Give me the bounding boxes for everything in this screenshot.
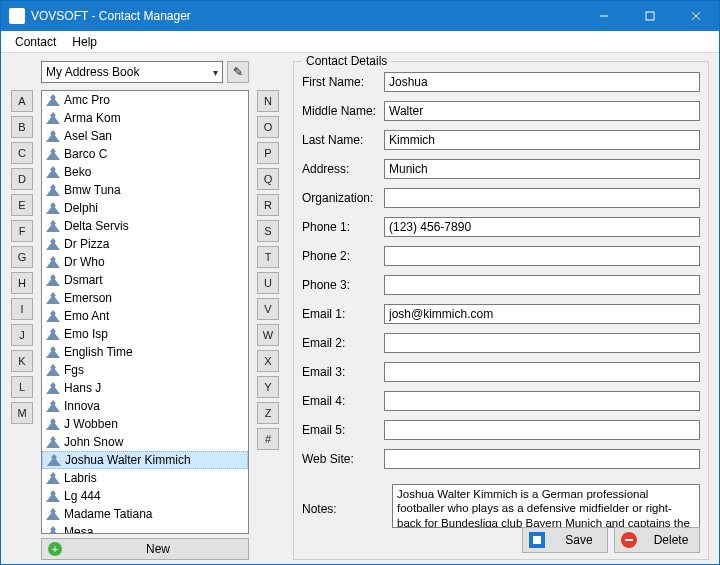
alpha-x[interactable]: X [257,350,279,372]
label-notes: Notes: [302,502,384,516]
list-item-label: Emo Ant [64,309,109,323]
middle-field[interactable] [384,101,700,121]
list-item[interactable]: Madame Tatiana [42,505,248,523]
alpha-#[interactable]: # [257,428,279,450]
list-item[interactable]: John Snow [42,433,248,451]
list-item-label: Innova [64,399,100,413]
list-item[interactable]: Mesa [42,523,248,534]
p1-field[interactable] [384,217,700,237]
delete-label: Delete [654,533,689,547]
alpha-j[interactable]: J [11,324,33,346]
address-field[interactable] [384,159,700,179]
list-item-label: Delphi [64,201,98,215]
contact-list[interactable]: Amc ProArma KomAsel SanBarco CBekoBmw Tu… [41,90,249,534]
alpha-t[interactable]: T [257,246,279,268]
person-icon [46,490,60,502]
person-icon [46,400,60,412]
list-item[interactable]: Dr Who [42,253,248,271]
maximize-button[interactable] [627,1,673,31]
list-item[interactable]: Amc Pro [42,91,248,109]
alpha-v[interactable]: V [257,298,279,320]
alpha-o[interactable]: O [257,116,279,138]
last-field[interactable] [384,130,700,150]
edit-book-button[interactable]: ✎ [227,61,249,83]
list-item[interactable]: Innova [42,397,248,415]
list-item-label: Hans J [64,381,101,395]
e5-field[interactable] [384,420,700,440]
alpha-b[interactable]: B [11,116,33,138]
menu-help[interactable]: Help [64,33,105,51]
label-e4: Email 4: [302,394,384,408]
alpha-n[interactable]: N [257,90,279,112]
alpha-y[interactable]: Y [257,376,279,398]
list-item-label: Beko [64,165,91,179]
list-item[interactable]: Emo Isp [42,325,248,343]
alpha-q[interactable]: Q [257,168,279,190]
list-item[interactable]: English Time [42,343,248,361]
plus-icon: + [48,542,62,556]
alpha-z[interactable]: Z [257,402,279,424]
list-item[interactable]: Labris [42,469,248,487]
org-field[interactable] [384,188,700,208]
p2-field[interactable] [384,246,700,266]
first-field[interactable] [384,72,700,92]
alpha-p[interactable]: P [257,142,279,164]
label-p2: Phone 2: [302,249,384,263]
list-item-label: Fgs [64,363,84,377]
list-item[interactable]: Dr Pizza [42,235,248,253]
list-item[interactable]: Asel San [42,127,248,145]
alpha-l[interactable]: L [11,376,33,398]
alpha-s[interactable]: S [257,220,279,242]
close-button[interactable] [673,1,719,31]
alpha-i[interactable]: I [11,298,33,320]
list-item[interactable]: Delta Servis [42,217,248,235]
list-item[interactable]: Emerson [42,289,248,307]
person-icon [46,130,60,142]
alpha-r[interactable]: R [257,194,279,216]
alpha-h[interactable]: H [11,272,33,294]
address-book-select[interactable]: My Address Book ▾ [41,61,223,83]
notes-field[interactable] [392,484,700,528]
menu-contact[interactable]: Contact [7,33,64,51]
save-button[interactable]: Save [522,527,608,553]
alpha-m[interactable]: M [11,402,33,424]
list-item[interactable]: Fgs [42,361,248,379]
web-field[interactable] [384,449,700,469]
alpha-d[interactable]: D [11,168,33,190]
alpha-e[interactable]: E [11,194,33,216]
list-item[interactable]: Dsmart [42,271,248,289]
list-item[interactable]: Emo Ant [42,307,248,325]
delete-button[interactable]: Delete [614,527,700,553]
label-e2: Email 2: [302,336,384,350]
alpha-a[interactable]: A [11,90,33,112]
delete-icon [621,532,637,548]
alpha-k[interactable]: K [11,350,33,372]
menu-bar: Contact Help [1,31,719,53]
list-item[interactable]: Lg 444 [42,487,248,505]
alpha-u[interactable]: U [257,272,279,294]
list-item[interactable]: Arma Kom [42,109,248,127]
list-item[interactable]: Joshua Walter Kimmich [42,451,248,469]
alpha-g[interactable]: G [11,246,33,268]
e4-field[interactable] [384,391,700,411]
e1-field[interactable] [384,304,700,324]
list-item-label: Labris [64,471,97,485]
address-book-name: My Address Book [46,65,139,79]
alpha-f[interactable]: F [11,220,33,242]
alpha-c[interactable]: C [11,142,33,164]
minimize-button[interactable] [581,1,627,31]
new-contact-button[interactable]: + New [41,538,249,560]
list-item[interactable]: Bmw Tuna [42,181,248,199]
list-item[interactable]: J Wobben [42,415,248,433]
e2-field[interactable] [384,333,700,353]
person-icon [46,148,60,160]
label-p3: Phone 3: [302,278,384,292]
list-item[interactable]: Beko [42,163,248,181]
p3-field[interactable] [384,275,700,295]
alpha-w[interactable]: W [257,324,279,346]
list-item[interactable]: Hans J [42,379,248,397]
list-item[interactable]: Delphi [42,199,248,217]
list-item-label: Arma Kom [64,111,121,125]
list-item[interactable]: Barco C [42,145,248,163]
e3-field[interactable] [384,362,700,382]
